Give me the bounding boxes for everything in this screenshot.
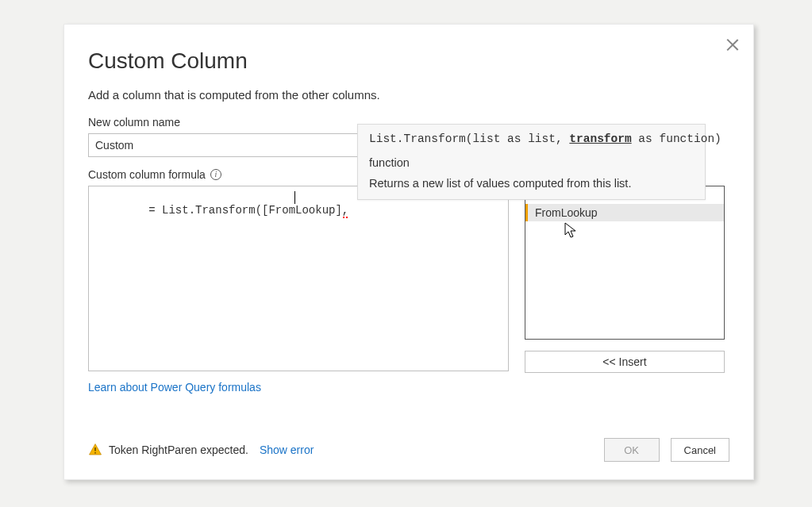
custom-column-dialog: Custom Column Add a column that is compu…: [63, 24, 754, 480]
show-error-link[interactable]: Show error: [260, 444, 314, 456]
dialog-title: Custom Column: [88, 48, 729, 74]
formula-editor[interactable]: = List.Transform([FromLookup],: [88, 186, 509, 371]
insert-button[interactable]: << Insert: [525, 351, 725, 373]
cancel-button[interactable]: Cancel: [671, 438, 729, 462]
tooltip-kind: function: [369, 156, 694, 169]
dialog-footer: Token RightParen expected. Show error OK…: [88, 438, 729, 462]
label-text: Custom column formula: [88, 168, 206, 181]
close-icon[interactable]: [723, 36, 742, 55]
info-icon[interactable]: i: [210, 169, 221, 180]
list-item[interactable]: FromLookup: [525, 204, 724, 221]
available-columns-list[interactable]: ID FromLookup: [525, 186, 725, 340]
error-text: Token RightParen expected.: [109, 444, 248, 456]
tooltip-signature: List.Transform(list as list, transform a…: [369, 133, 694, 145]
warning-icon: [88, 443, 102, 457]
text-caret: [294, 191, 295, 204]
formula-text-suffix: [348, 204, 355, 217]
ok-button[interactable]: OK: [604, 438, 660, 462]
formula-text-prefix: = List.Transform([FromLookup]: [148, 204, 342, 217]
svg-rect-1: [94, 452, 96, 454]
label-text: New column name: [88, 116, 180, 129]
tooltip-description: Returns a new list of values computed fr…: [369, 177, 694, 190]
learn-link[interactable]: Learn about Power Query formulas: [88, 381, 261, 394]
dialog-subtitle: Add a column that is computed from the o…: [88, 88, 729, 102]
intellisense-tooltip: List.Transform(list as list, transform a…: [357, 124, 706, 200]
formula-text-comma: ,: [342, 204, 348, 217]
svg-rect-0: [94, 447, 96, 451]
tooltip-active-param: transform: [569, 133, 631, 145]
